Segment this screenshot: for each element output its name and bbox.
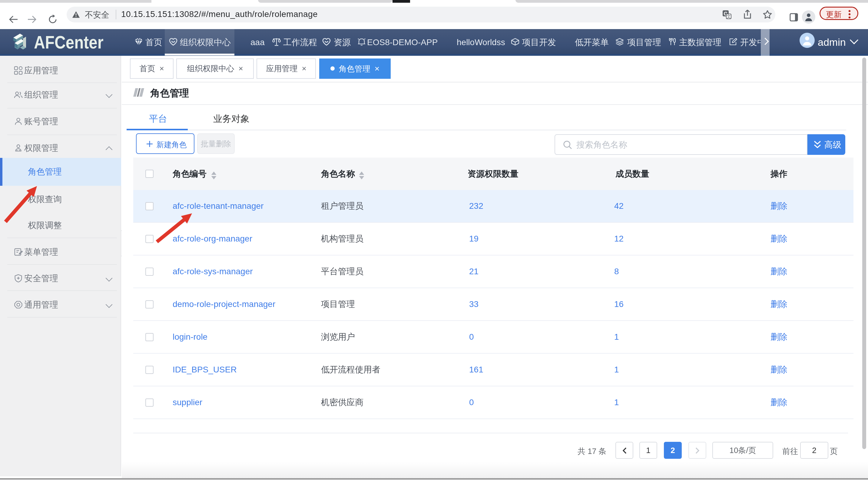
svg-text:文: 文 (726, 14, 731, 19)
